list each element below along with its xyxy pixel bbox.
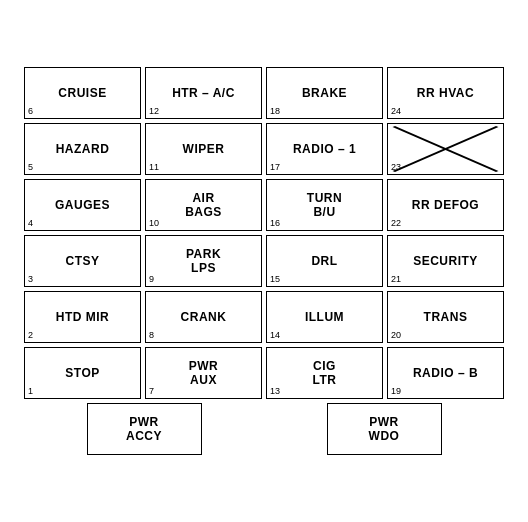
fuse-number: 13 — [270, 386, 280, 396]
fuse-label: PARKLPS — [186, 247, 221, 276]
fuse-label: CTSY — [65, 254, 99, 268]
fuse-number: 5 — [28, 162, 33, 172]
fuse-number: 6 — [28, 106, 33, 116]
fuse-number: 23 — [391, 162, 401, 172]
fuse-cell: PWRAUX 7 — [145, 347, 262, 399]
fuse-label: GAUGES — [55, 198, 110, 212]
fuse-label: CRANK — [181, 310, 227, 324]
fuse-number: 1 — [28, 386, 33, 396]
fuse-cell: DRL 15 — [266, 235, 383, 287]
fuse-label: RADIO – B — [413, 366, 478, 380]
fuse-label: TRANS — [424, 310, 468, 324]
fuse-cell: PARKLPS 9 — [145, 235, 262, 287]
fuse-cell-bottom: PWRWDO — [327, 403, 442, 455]
fuse-number: 14 — [270, 330, 280, 340]
fuse-cell: HTR – A/C 12 — [145, 67, 262, 119]
fuse-label: STOP — [65, 366, 99, 380]
fuse-label: PWRWDO — [369, 415, 400, 444]
fuse-label: HTR – A/C — [172, 86, 235, 100]
fuse-label: DRL — [311, 254, 337, 268]
fuse-diagram: CRUISE 6 HTR – A/C 12 BRAKE 18 RR HVAC 2… — [14, 57, 514, 465]
fuse-cell: SECURITY 21 — [387, 235, 504, 287]
fuse-label: SECURITY — [413, 254, 478, 268]
fuse-label: WIPER — [183, 142, 225, 156]
fuse-cell: HTD MIR 2 — [24, 291, 141, 343]
fuse-label: AIRBAGS — [185, 191, 222, 220]
fuse-number: 3 — [28, 274, 33, 284]
fuse-number: 12 — [149, 106, 159, 116]
fuse-number: 22 — [391, 218, 401, 228]
fuse-cell: CTSY 3 — [24, 235, 141, 287]
fuse-cell: GAUGES 4 — [24, 179, 141, 231]
fuse-label: BRAKE — [302, 86, 347, 100]
fuse-label: TURNB/U — [307, 191, 342, 220]
fuse-label: ILLUM — [305, 310, 344, 324]
fuse-cell: WIPER 11 — [145, 123, 262, 175]
fuse-cell-bottom: PWRACCY — [87, 403, 202, 455]
fuse-number: 15 — [270, 274, 280, 284]
fuse-number: 11 — [149, 162, 159, 172]
fuse-cell: CRANK 8 — [145, 291, 262, 343]
fuse-cell: RADIO – B 19 — [387, 347, 504, 399]
fuse-cell: CIGLTR 13 — [266, 347, 383, 399]
fuse-number: 2 — [28, 330, 33, 340]
fuse-label: PWRAUX — [189, 359, 219, 388]
bottom-row: PWRACCYPWRWDO — [24, 403, 504, 455]
fuse-cell: 23 — [387, 123, 504, 175]
fuse-grid: CRUISE 6 HTR – A/C 12 BRAKE 18 RR HVAC 2… — [24, 67, 504, 399]
fuse-label: CIGLTR — [313, 359, 337, 388]
fuse-number: 18 — [270, 106, 280, 116]
fuse-label: HTD MIR — [56, 310, 110, 324]
fuse-cell: TRANS 20 — [387, 291, 504, 343]
fuse-label: RADIO – 1 — [293, 142, 356, 156]
fuse-number: 16 — [270, 218, 280, 228]
fuse-number: 10 — [149, 218, 159, 228]
fuse-cell: HAZARD 5 — [24, 123, 141, 175]
fuse-number: 8 — [149, 330, 154, 340]
fuse-number: 7 — [149, 386, 154, 396]
fuse-label: HAZARD — [56, 142, 110, 156]
fuse-label: RR HVAC — [417, 86, 474, 100]
fuse-cell: ILLUM 14 — [266, 291, 383, 343]
fuse-cell: RADIO – 1 17 — [266, 123, 383, 175]
fuse-cell: RR DEFOG 22 — [387, 179, 504, 231]
fuse-cell: CRUISE 6 — [24, 67, 141, 119]
fuse-number: 20 — [391, 330, 401, 340]
fuse-cell: STOP 1 — [24, 347, 141, 399]
fuse-number: 24 — [391, 106, 401, 116]
fuse-number: 21 — [391, 274, 401, 284]
fuse-cell: AIRBAGS 10 — [145, 179, 262, 231]
fuse-cell: RR HVAC 24 — [387, 67, 504, 119]
fuse-label: PWRACCY — [126, 415, 162, 444]
fuse-label: RR DEFOG — [412, 198, 479, 212]
fuse-label: CRUISE — [58, 86, 106, 100]
fuse-cell: BRAKE 18 — [266, 67, 383, 119]
fuse-number: 4 — [28, 218, 33, 228]
fuse-number: 17 — [270, 162, 280, 172]
fuse-cell: TURNB/U 16 — [266, 179, 383, 231]
fuse-number: 9 — [149, 274, 154, 284]
fuse-number: 19 — [391, 386, 401, 396]
